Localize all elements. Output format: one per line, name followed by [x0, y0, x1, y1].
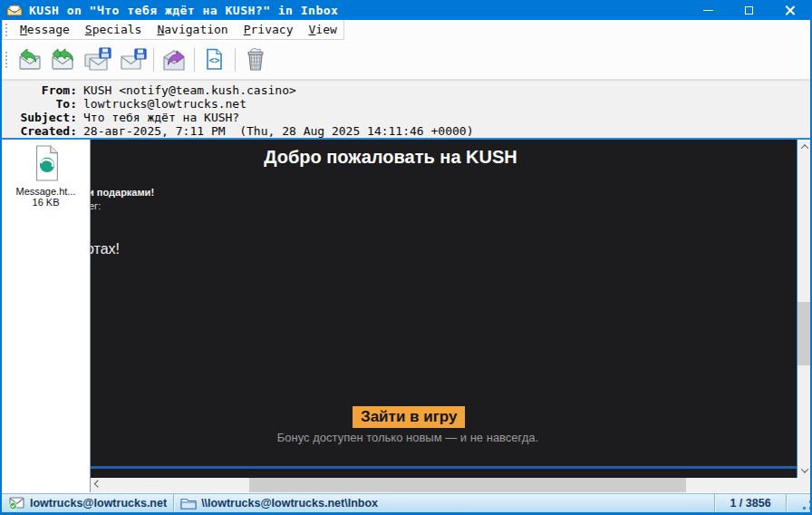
- menu-navigation[interactable]: Navigation: [157, 23, 227, 36]
- attachment-size: 16 KB: [2, 197, 90, 208]
- html-attachment-icon: [31, 145, 62, 181]
- vertical-scrollbar[interactable]: [798, 140, 812, 478]
- view-source-icon: <>: [201, 46, 227, 73]
- title-bar: KUSH on "Что тебя ждёт на KUSH?" in Inbo…: [2, 0, 810, 20]
- resize-grip[interactable]: [787, 494, 810, 512]
- to-label: To:: [2, 97, 83, 111]
- header-to: To: lowtrucks@lowtrucks.net: [2, 97, 810, 111]
- copy-to-folder-button[interactable]: [83, 45, 112, 74]
- window-title: KUSH on "Что тебя ждёт на KUSH?" in Inbo…: [29, 4, 338, 17]
- scroll-left-button[interactable]: [91, 478, 105, 492]
- maximize-button[interactable]: [729, 0, 769, 20]
- status-message-counter: 1 / 3856: [715, 494, 786, 512]
- email-text-fragment: и подарками!: [91, 187, 154, 198]
- attachment-panel: Message.ht... 16 KB: [2, 140, 90, 494]
- icon-toolbar: <>: [2, 40, 810, 80]
- menu-toolbar: Message Specials Navigation Privacy View: [2, 20, 344, 40]
- chevron-up-icon: [801, 144, 808, 151]
- menu-privacy[interactable]: Privacy: [244, 23, 294, 36]
- attachment-item[interactable]: Message.ht... 16 KB: [2, 140, 90, 208]
- email-heading: Добро пожаловать на KUSH: [91, 147, 691, 168]
- maximize-icon: [745, 6, 753, 15]
- forward-button[interactable]: [160, 45, 189, 74]
- menu-bar-row: Message Specials Navigation Privacy View: [2, 20, 810, 40]
- status-account-segment: lowtrucks@lowtrucks.net: [2, 494, 173, 512]
- horizontal-scroll-thumb[interactable]: [249, 478, 686, 492]
- scroll-down-button[interactable]: [798, 463, 812, 478]
- attachment-filename: Message.ht...: [2, 186, 90, 197]
- created-value: 28-авг-2025, 7:11 PM (Thu, 28 Aug 2025 1…: [83, 124, 473, 138]
- vertical-scroll-thumb[interactable]: [798, 302, 812, 365]
- from-label: From:: [2, 83, 83, 97]
- minimize-button[interactable]: [688, 0, 729, 20]
- header-subject: Subject: Что тебя ждёт на KUSH?: [2, 111, 810, 124]
- status-folder-path: \\lowtrucks@lowtrucks.net\Inbox: [201, 497, 378, 510]
- delete-button[interactable]: [241, 45, 270, 74]
- reply-icon: [16, 46, 44, 73]
- menu-view[interactable]: View: [309, 23, 337, 36]
- folder-icon: [180, 497, 197, 510]
- copy-message-icon: [83, 46, 112, 73]
- toolbar-separator: [153, 48, 154, 72]
- open-envelope-icon: [6, 4, 23, 16]
- resize-grip-icon: [803, 507, 806, 510]
- message-headers: From: KUSH <notify@team.kush.casino> To:…: [2, 80, 810, 138]
- move-to-folder-button[interactable]: [119, 45, 148, 74]
- trash-icon: [242, 46, 269, 73]
- toolbar-drag-handle[interactable]: [5, 24, 7, 36]
- svg-text:<>: <>: [208, 55, 219, 65]
- email-divider-rule: [91, 466, 797, 469]
- chevron-left-icon: [94, 480, 102, 487]
- toolbar-drag-handle[interactable]: [5, 52, 7, 68]
- scrollbar-corner: [798, 478, 812, 492]
- subject-label: Subject:: [2, 111, 83, 124]
- header-from: From: KUSH <notify@team.kush.casino>: [2, 83, 810, 97]
- mailbox-check-icon: [8, 496, 25, 510]
- move-message-icon: [119, 46, 148, 73]
- from-value: KUSH <notify@team.kush.casino>: [83, 83, 296, 97]
- close-button[interactable]: [769, 0, 810, 20]
- toolbar-separator: [194, 48, 195, 72]
- mail-viewer-window: KUSH on "Что тебя ждёт на KUSH?" in Inbo…: [0, 0, 812, 515]
- status-account: lowtrucks@lowtrucks.net: [30, 497, 167, 510]
- close-icon: [785, 5, 795, 15]
- reply-button[interactable]: [15, 45, 44, 74]
- reply-all-icon: [49, 46, 76, 73]
- view-source-button[interactable]: <>: [199, 45, 228, 74]
- created-label: Created:: [2, 124, 83, 138]
- minimize-icon: [703, 10, 713, 11]
- menu-message[interactable]: Message: [20, 23, 70, 36]
- scroll-up-button[interactable]: [798, 140, 812, 154]
- header-created: Created: 28-авг-2025, 7:11 PM (Thu, 28 A…: [2, 124, 810, 138]
- email-text-fragment: отах!: [91, 241, 120, 258]
- chevron-down-icon: [801, 465, 808, 472]
- horizontal-scrollbar[interactable]: [91, 478, 812, 492]
- to-value: lowtrucks@lowtrucks.net: [83, 97, 246, 111]
- bonus-note: Бонус доступен только новым — и не навсе…: [136, 431, 680, 444]
- reply-all-button[interactable]: [48, 45, 77, 74]
- email-text-fragment: ег:: [91, 200, 101, 211]
- play-cta-button[interactable]: Зайти в игру: [353, 406, 465, 428]
- email-body: Добро пожаловать на KUSH и подарками! ег…: [91, 140, 797, 478]
- status-folder-segment: \\lowtrucks@lowtrucks.net\Inbox: [174, 494, 384, 512]
- toolbar-separator: [235, 48, 236, 72]
- subject-value: Что тебя ждёт на KUSH?: [83, 111, 239, 124]
- menu-specials[interactable]: Specials: [85, 23, 142, 36]
- status-bar: lowtrucks@lowtrucks.net \\lowtrucks@lowt…: [2, 493, 810, 512]
- forward-icon: [161, 46, 188, 73]
